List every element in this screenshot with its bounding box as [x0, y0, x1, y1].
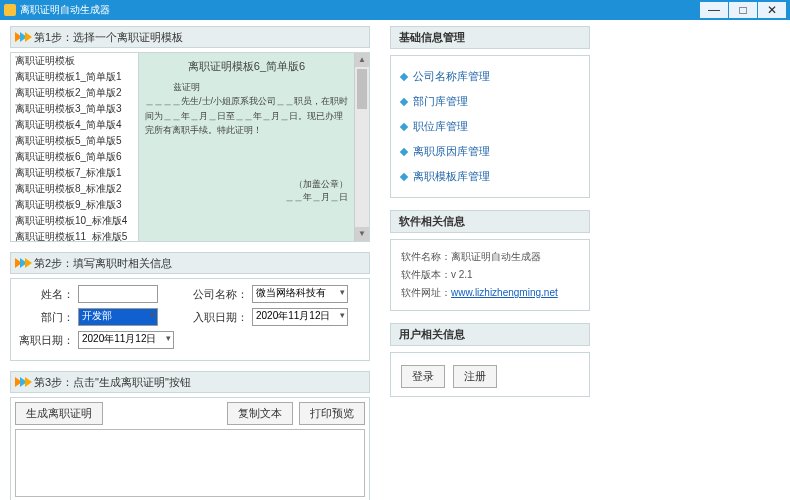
login-button[interactable]: 登录	[401, 365, 445, 388]
list-item[interactable]: 离职证明模板	[11, 53, 138, 69]
register-button[interactable]: 注册	[453, 365, 497, 388]
scroll-up-icon[interactable]: ▲	[355, 53, 369, 67]
soft-url-link[interactable]: www.lizhizhengming.net	[451, 287, 558, 298]
preview-body: ＿＿＿＿先生/士/小姐原系我公司＿＿职员，在职时间为＿＿年＿月＿日至＿＿年＿月＿…	[145, 96, 348, 135]
leavedate-select[interactable]: 2020年11月12日	[78, 331, 174, 349]
diamond-icon	[400, 172, 408, 180]
list-item[interactable]: 离职证明模板2_简单版2	[11, 85, 138, 101]
dept-select[interactable]: 开发部	[78, 308, 158, 326]
company-label: 公司名称：	[188, 287, 248, 302]
mgmt-item-company[interactable]: 公司名称库管理	[401, 64, 579, 89]
leavedate-label: 离职日期：	[19, 333, 74, 348]
template-list[interactable]: 离职证明模板 离职证明模板1_简单版1 离职证明模板2_简单版2 离职证明模板3…	[11, 53, 139, 241]
mgmt-panel-title: 基础信息管理	[390, 26, 590, 49]
window-title: 离职证明自动生成器	[20, 3, 699, 17]
step1-header: 第1步：选择一个离职证明模板	[10, 26, 370, 48]
close-button[interactable]: ✕	[758, 2, 786, 18]
name-label: 姓名：	[19, 287, 74, 302]
softinfo-panel: 软件名称：离职证明自动生成器 软件版本：v 2.1 软件网址：www.lizhi…	[390, 239, 590, 311]
diamond-icon	[400, 97, 408, 105]
template-preview: 离职证明模板6_简单版6 兹证明 ＿＿＿＿先生/士/小姐原系我公司＿＿职员，在职…	[139, 53, 354, 241]
step2-title: 第2步：填写离职时相关信息	[34, 256, 172, 271]
mgmt-item-position[interactable]: 职位库管理	[401, 114, 579, 139]
preview-scrollbar[interactable]: ▲ ▼	[354, 53, 369, 241]
mgmt-panel: 公司名称库管理 部门库管理 职位库管理 离职原因库管理 离职模板库管理	[390, 55, 590, 198]
userinfo-panel-title: 用户相关信息	[390, 323, 590, 346]
userinfo-panel: 登录 注册	[390, 352, 590, 397]
list-item[interactable]: 离职证明模板3_简单版3	[11, 101, 138, 117]
list-item[interactable]: 离职证明模板10_标准版4	[11, 213, 138, 229]
preview-subtitle: 兹证明	[173, 82, 200, 92]
list-item[interactable]: 离职证明模板5_简单版5	[11, 133, 138, 149]
step2-header: 第2步：填写离职时相关信息	[10, 252, 370, 274]
list-item[interactable]: 离职证明模板8_标准版2	[11, 181, 138, 197]
softinfo-panel-title: 软件相关信息	[390, 210, 590, 233]
preview-stamp: （加盖公章）	[294, 179, 348, 189]
joindate-select[interactable]: 2020年11月12日	[252, 308, 348, 326]
mgmt-item-dept[interactable]: 部门库管理	[401, 89, 579, 114]
minimize-button[interactable]: —	[700, 2, 728, 18]
maximize-button[interactable]: □	[729, 2, 757, 18]
list-item[interactable]: 离职证明模板9_标准版3	[11, 197, 138, 213]
joindate-label: 入职日期：	[188, 310, 248, 325]
list-item[interactable]: 离职证明模板6_简单版6	[11, 149, 138, 165]
soft-ver: v 2.1	[451, 269, 473, 280]
soft-name-label: 软件名称：	[401, 251, 451, 262]
step3-title: 第3步：点击"生成离职证明"按钮	[34, 375, 191, 390]
diamond-icon	[400, 147, 408, 155]
list-item[interactable]: 离职证明模板1_简单版1	[11, 69, 138, 85]
soft-url-label: 软件网址：	[401, 287, 451, 298]
list-item[interactable]: 离职证明模板11_标准版5	[11, 229, 138, 241]
scroll-down-icon[interactable]: ▼	[355, 227, 369, 241]
print-button[interactable]: 打印预览	[299, 402, 365, 425]
scroll-thumb[interactable]	[357, 69, 367, 109]
soft-name: 离职证明自动生成器	[451, 251, 541, 262]
generate-button[interactable]: 生成离职证明	[15, 402, 103, 425]
preview-title: 离职证明模板6_简单版6	[145, 59, 348, 74]
copy-button[interactable]: 复制文本	[227, 402, 293, 425]
step1-title: 第1步：选择一个离职证明模板	[34, 30, 183, 45]
step3-header: 第3步：点击"生成离职证明"按钮	[10, 371, 370, 393]
name-input[interactable]	[78, 285, 158, 303]
list-item[interactable]: 离职证明模板7_标准版1	[11, 165, 138, 181]
output-textarea[interactable]	[15, 429, 365, 497]
diamond-icon	[400, 122, 408, 130]
company-select[interactable]: 微当网络科技有	[252, 285, 348, 303]
titlebar: 离职证明自动生成器 — □ ✕	[0, 0, 790, 20]
mgmt-item-reason[interactable]: 离职原因库管理	[401, 139, 579, 164]
dept-label: 部门：	[19, 310, 74, 325]
soft-ver-label: 软件版本：	[401, 269, 451, 280]
app-icon	[4, 4, 16, 16]
diamond-icon	[400, 72, 408, 80]
preview-date: ＿＿年＿月＿日	[285, 192, 348, 202]
list-item[interactable]: 离职证明模板4_简单版4	[11, 117, 138, 133]
mgmt-item-template[interactable]: 离职模板库管理	[401, 164, 579, 189]
